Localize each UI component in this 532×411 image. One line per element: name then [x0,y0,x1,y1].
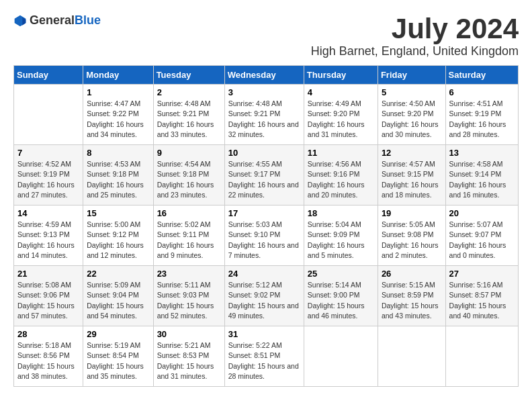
calendar-cell: 7Sunrise: 4:52 AMSunset: 9:19 PMDaylight… [14,145,83,205]
day-info: Sunrise: 5:03 AMSunset: 9:10 PMDaylight:… [228,220,300,261]
header: GeneralBlue July 2024 High Barnet, Engla… [13,13,519,58]
day-info: Sunrise: 5:15 AMSunset: 8:59 PMDaylight:… [382,280,442,321]
day-number: 4 [308,87,374,97]
day-number: 16 [157,208,221,218]
calendar-cell: 8Sunrise: 4:53 AMSunset: 9:18 PMDaylight… [83,145,153,205]
calendar-cell: 2Sunrise: 4:48 AMSunset: 9:21 PMDaylight… [153,85,224,145]
calendar-cell: 13Sunrise: 4:58 AMSunset: 9:14 PMDayligh… [445,145,518,205]
day-info: Sunrise: 5:00 AMSunset: 9:12 PMDaylight:… [87,220,149,261]
day-number: 2 [157,87,221,97]
calendar-cell: 31Sunrise: 5:22 AMSunset: 8:51 PMDayligh… [224,326,304,387]
header-day-friday: Friday [378,66,445,85]
calendar-cell: 27Sunrise: 5:16 AMSunset: 8:57 PMDayligh… [445,266,518,326]
day-number: 18 [308,208,374,218]
day-info: Sunrise: 5:18 AMSunset: 8:56 PMDaylight:… [17,340,79,381]
calendar-cell: 22Sunrise: 5:09 AMSunset: 9:04 PMDayligh… [83,266,153,326]
calendar-table: SundayMondayTuesdayWednesdayThursdayFrid… [13,65,519,387]
calendar-week-row: 21Sunrise: 5:08 AMSunset: 9:06 PMDayligh… [14,266,519,326]
calendar-cell: 25Sunrise: 5:14 AMSunset: 9:00 PMDayligh… [304,266,378,326]
day-info: Sunrise: 4:51 AMSunset: 9:19 PMDaylight:… [449,99,515,140]
calendar-cell: 3Sunrise: 4:48 AMSunset: 9:21 PMDaylight… [224,85,304,145]
day-info: Sunrise: 5:12 AMSunset: 9:02 PMDaylight:… [228,280,300,321]
calendar-cell: 23Sunrise: 5:11 AMSunset: 9:03 PMDayligh… [153,266,224,326]
day-info: Sunrise: 5:22 AMSunset: 8:51 PMDaylight:… [228,340,300,381]
header-day-sunday: Sunday [14,66,83,85]
day-info: Sunrise: 4:50 AMSunset: 9:20 PMDaylight:… [382,99,442,140]
day-number: 24 [228,269,300,279]
day-number: 8 [87,148,149,158]
calendar-week-row: 28Sunrise: 5:18 AMSunset: 8:56 PMDayligh… [14,326,519,387]
day-info: Sunrise: 4:57 AMSunset: 9:15 PMDaylight:… [382,159,442,200]
day-number: 21 [17,269,79,279]
day-info: Sunrise: 5:05 AMSunset: 9:08 PMDaylight:… [382,220,442,261]
day-info: Sunrise: 4:53 AMSunset: 9:18 PMDaylight:… [87,159,149,200]
calendar-cell: 4Sunrise: 4:49 AMSunset: 9:20 PMDaylight… [304,85,378,145]
calendar-cell [304,326,378,387]
day-info: Sunrise: 4:48 AMSunset: 9:21 PMDaylight:… [228,99,300,140]
day-info: Sunrise: 5:02 AMSunset: 9:11 PMDaylight:… [157,220,221,261]
day-number: 11 [308,148,374,158]
calendar-cell: 29Sunrise: 5:19 AMSunset: 8:54 PMDayligh… [83,326,153,387]
day-number: 30 [157,329,221,339]
month-title: July 2024 [311,13,519,44]
day-number: 15 [87,208,149,218]
calendar-cell: 6Sunrise: 4:51 AMSunset: 9:19 PMDaylight… [445,85,518,145]
logo-icon [13,14,27,28]
day-info: Sunrise: 4:48 AMSunset: 9:21 PMDaylight:… [157,99,221,140]
day-info: Sunrise: 4:55 AMSunset: 9:17 PMDaylight:… [228,159,300,200]
header-day-saturday: Saturday [445,66,518,85]
calendar-cell: 26Sunrise: 5:15 AMSunset: 8:59 PMDayligh… [378,266,445,326]
header-day-monday: Monday [83,66,153,85]
day-number: 7 [17,148,79,158]
calendar-cell: 20Sunrise: 5:07 AMSunset: 9:07 PMDayligh… [445,205,518,266]
day-info: Sunrise: 5:19 AMSunset: 8:54 PMDaylight:… [87,340,149,381]
header-day-thursday: Thursday [304,66,378,85]
day-info: Sunrise: 5:04 AMSunset: 9:09 PMDaylight:… [308,220,374,261]
day-number: 19 [382,208,442,218]
day-info: Sunrise: 4:58 AMSunset: 9:14 PMDaylight:… [449,159,515,200]
calendar-cell: 18Sunrise: 5:04 AMSunset: 9:09 PMDayligh… [304,205,378,266]
day-info: Sunrise: 4:54 AMSunset: 9:18 PMDaylight:… [157,159,221,200]
calendar-cell: 28Sunrise: 5:18 AMSunset: 8:56 PMDayligh… [14,326,83,387]
logo-blue-text: Blue [75,13,101,27]
day-info: Sunrise: 4:49 AMSunset: 9:20 PMDaylight:… [308,99,374,140]
day-number: 9 [157,148,221,158]
day-number: 1 [87,87,149,97]
day-number: 3 [228,87,300,97]
calendar-cell: 1Sunrise: 4:47 AMSunset: 9:22 PMDaylight… [83,85,153,145]
day-number: 29 [87,329,149,339]
title-area: July 2024 High Barnet, England, United K… [311,13,519,58]
calendar-cell: 10Sunrise: 4:55 AMSunset: 9:17 PMDayligh… [224,145,304,205]
day-number: 28 [17,329,79,339]
calendar-cell: 9Sunrise: 4:54 AMSunset: 9:18 PMDaylight… [153,145,224,205]
day-number: 6 [449,87,515,97]
day-info: Sunrise: 5:16 AMSunset: 8:57 PMDaylight:… [449,280,515,321]
calendar-cell: 30Sunrise: 5:21 AMSunset: 8:53 PMDayligh… [153,326,224,387]
header-day-wednesday: Wednesday [224,66,304,85]
calendar-cell: 15Sunrise: 5:00 AMSunset: 9:12 PMDayligh… [83,205,153,266]
calendar-cell: 16Sunrise: 5:02 AMSunset: 9:11 PMDayligh… [153,205,224,266]
day-number: 31 [228,329,300,339]
day-info: Sunrise: 4:47 AMSunset: 9:22 PMDaylight:… [87,99,149,140]
calendar-cell [14,85,83,145]
day-info: Sunrise: 5:07 AMSunset: 9:07 PMDaylight:… [449,220,515,261]
calendar-header-row: SundayMondayTuesdayWednesdayThursdayFrid… [14,66,519,85]
day-number: 25 [308,269,374,279]
day-info: Sunrise: 4:52 AMSunset: 9:19 PMDaylight:… [17,159,79,200]
calendar-cell: 24Sunrise: 5:12 AMSunset: 9:02 PMDayligh… [224,266,304,326]
calendar-cell: 21Sunrise: 5:08 AMSunset: 9:06 PMDayligh… [14,266,83,326]
day-info: Sunrise: 5:08 AMSunset: 9:06 PMDaylight:… [17,280,79,321]
day-number: 26 [382,269,442,279]
day-number: 13 [449,148,515,158]
day-info: Sunrise: 4:59 AMSunset: 9:13 PMDaylight:… [17,220,79,261]
day-number: 12 [382,148,442,158]
calendar-cell: 19Sunrise: 5:05 AMSunset: 9:08 PMDayligh… [378,205,445,266]
header-day-tuesday: Tuesday [153,66,224,85]
calendar-week-row: 7Sunrise: 4:52 AMSunset: 9:19 PMDaylight… [14,145,519,205]
day-number: 27 [449,269,515,279]
day-number: 22 [87,269,149,279]
day-number: 17 [228,208,300,218]
day-number: 14 [17,208,79,218]
calendar-week-row: 1Sunrise: 4:47 AMSunset: 9:22 PMDaylight… [14,85,519,145]
calendar-cell: 14Sunrise: 4:59 AMSunset: 9:13 PMDayligh… [14,205,83,266]
